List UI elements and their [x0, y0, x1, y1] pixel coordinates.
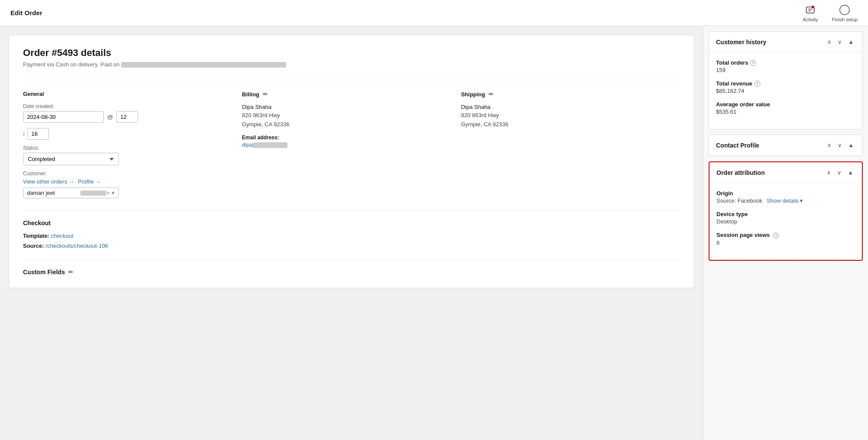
- customer-history-collapse-down[interactable]: ∨: [836, 38, 844, 46]
- customer-controls: × ▾: [106, 190, 115, 196]
- contact-profile-collapse-up[interactable]: ∧: [825, 141, 833, 149]
- checkout-source-link[interactable]: /checkouts/checkout-106: [46, 243, 108, 249]
- customer-input[interactable]: daman jeet × ▾: [23, 187, 119, 198]
- finish-setup-button[interactable]: Finish setup: [832, 4, 858, 22]
- date-input[interactable]: [23, 111, 104, 123]
- svg-point-2: [840, 5, 849, 15]
- email-blurred: [253, 142, 287, 148]
- activity-button[interactable]: Activity: [803, 4, 818, 22]
- activity-label: Activity: [803, 17, 818, 22]
- contact-profile-header: Contact Profile ∧ ∨ ▲: [709, 135, 862, 156]
- colon-symbol: :: [23, 131, 25, 137]
- order-attribution-collapse-down[interactable]: ∨: [835, 168, 843, 177]
- origin-label: Origin: [716, 190, 855, 197]
- custom-fields-heading: Custom Fields ✏: [23, 269, 680, 276]
- total-revenue-value: $85,162.74: [716, 88, 855, 94]
- contact-profile-panel: Contact Profile ∧ ∨ ▲: [709, 135, 863, 156]
- contact-profile-collapse-down[interactable]: ∨: [836, 141, 844, 149]
- order-title: Order #5493 details: [23, 47, 680, 59]
- total-orders-help-icon[interactable]: ?: [750, 60, 756, 66]
- billing-edit-icon[interactable]: ✏: [263, 91, 268, 98]
- billing-name: Dipa Shaha: [242, 104, 450, 110]
- contact-profile-arrow-up[interactable]: ▲: [846, 141, 855, 149]
- session-help-icon[interactable]: ?: [773, 233, 779, 239]
- order-card: Order #5493 details Payment via Cash on …: [9, 35, 694, 288]
- order-attribution-collapse-up[interactable]: ∧: [825, 168, 833, 177]
- hour-input[interactable]: [116, 111, 138, 123]
- customer-history-body: Total orders ? 159 Total revenue ? $85,1…: [709, 53, 862, 129]
- total-orders-label: Total orders ?: [716, 59, 855, 66]
- dropdown-customer-icon[interactable]: ▾: [112, 190, 115, 196]
- customer-name-blurred: [80, 190, 106, 196]
- total-revenue-label: Total revenue ?: [716, 80, 855, 87]
- profile-link[interactable]: Profile →: [78, 178, 101, 185]
- activity-icon: [804, 4, 816, 16]
- order-attribution-header: Order attribution ∧ ∨ ▲: [710, 162, 862, 183]
- order-attribution-body: Origin Source: Facebook Show details ▾ D…: [710, 183, 862, 260]
- billing-address2: Gympie, CA 92336: [242, 120, 450, 129]
- device-type-label: Device type: [716, 211, 855, 217]
- finish-setup-label: Finish setup: [832, 17, 858, 22]
- session-row: Session page views ? 8: [716, 232, 855, 246]
- main-layout: Order #5493 details Payment via Cash on …: [0, 26, 868, 440]
- customer-history-arrow-up[interactable]: ▲: [846, 38, 855, 46]
- date-label: Date created:: [23, 103, 231, 109]
- topbar: Edit Order Activity Finish setup: [0, 0, 868, 26]
- view-other-orders-link[interactable]: View other orders →: [23, 178, 74, 185]
- shipping-heading: Shipping ✏: [461, 91, 670, 98]
- page-title: Edit Order: [10, 9, 42, 16]
- show-details-link[interactable]: Show details ▾: [767, 197, 803, 204]
- device-type-value: Desktop: [716, 218, 855, 225]
- avg-order-value: $535.61: [716, 108, 855, 115]
- avg-order-label: Average order value: [716, 101, 855, 108]
- device-type-row: Device type Desktop: [716, 211, 855, 225]
- session-value: 8: [716, 240, 855, 246]
- checkout-template-link[interactable]: checkout: [51, 233, 73, 239]
- source-field: Source: /checkouts/checkout-106: [23, 243, 680, 249]
- custom-fields-section: Custom Fields ✏: [23, 259, 680, 276]
- customer-history-collapse-up[interactable]: ∧: [825, 38, 833, 46]
- show-details-chevron-icon: ▾: [800, 197, 803, 204]
- contact-profile-controls: ∧ ∨ ▲: [825, 141, 855, 149]
- custom-fields-edit-icon[interactable]: ✏: [68, 269, 73, 276]
- svg-point-1: [812, 6, 814, 8]
- order-attribution-panel: Order attribution ∧ ∨ ▲ Origin Source: F…: [709, 161, 863, 261]
- total-orders-value: 159: [716, 67, 855, 73]
- shipping-name: Dipa Shaha: [461, 104, 670, 110]
- billing-email-link[interactable]: dipa: [242, 141, 287, 148]
- billing-heading: Billing ✏: [242, 91, 450, 98]
- general-section: General Date created: @ : Status: Com: [23, 91, 242, 198]
- customer-history-panel: Customer history ∧ ∨ ▲ Total orders ? 15…: [709, 31, 863, 129]
- payment-date-blurred: [121, 62, 286, 68]
- customer-links: View other orders → Profile →: [23, 178, 231, 185]
- shipping-section: Shipping ✏ Dipa Shaha 820 863rd Hwy Gymp…: [461, 91, 680, 198]
- shipping-address1: 820 863rd Hwy: [461, 111, 670, 120]
- checkout-heading: Checkout: [23, 220, 680, 227]
- customer-history-header: Customer history ∧ ∨ ▲: [709, 32, 862, 53]
- total-revenue-help-icon[interactable]: ?: [754, 81, 760, 87]
- email-label: Email address:: [242, 135, 450, 141]
- at-symbol: @: [107, 114, 113, 120]
- minute-input[interactable]: [27, 128, 49, 140]
- status-label: Status:: [23, 145, 231, 151]
- total-orders-row: Total orders ? 159: [716, 59, 855, 73]
- order-attribution-controls: ∧ ∨ ▲: [825, 168, 855, 177]
- shipping-address2: Gympie, CA 92336: [461, 120, 670, 129]
- template-field: Template: checkout: [23, 233, 680, 239]
- left-content: Order #5493 details Payment via Cash on …: [0, 26, 703, 440]
- checkout-section: Checkout Template: checkout Source: /che…: [23, 210, 680, 249]
- status-select[interactable]: Completed: [23, 153, 119, 165]
- total-revenue-row: Total revenue ? $85,162.74: [716, 80, 855, 94]
- general-heading: General: [23, 91, 231, 97]
- customer-history-controls: ∧ ∨ ▲: [825, 38, 855, 46]
- origin-value: Source: Facebook Show details ▾: [716, 197, 855, 204]
- order-attribution-arrow-up[interactable]: ▲: [846, 168, 855, 177]
- clear-customer-icon[interactable]: ×: [106, 190, 110, 196]
- contact-profile-title: Contact Profile: [716, 142, 759, 149]
- billing-email: dipa: [242, 141, 450, 148]
- shipping-edit-icon[interactable]: ✏: [488, 91, 494, 98]
- topbar-actions: Activity Finish setup: [803, 4, 858, 22]
- right-sidebar: Customer history ∧ ∨ ▲ Total orders ? 15…: [703, 26, 868, 440]
- date-row: @: [23, 111, 231, 123]
- customer-name: daman jeet: [27, 190, 79, 196]
